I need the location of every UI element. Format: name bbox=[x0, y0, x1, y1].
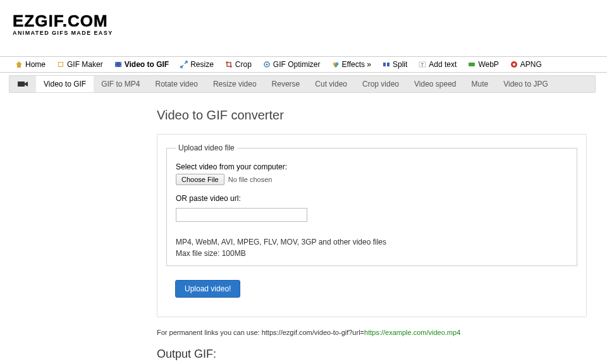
camera-icon bbox=[9, 76, 36, 92]
tab-label: Mute bbox=[472, 80, 489, 88]
svg-rect-13 bbox=[387, 63, 389, 66]
nav-label: Split bbox=[393, 60, 407, 69]
nav-video-to-gif[interactable]: Video to GIF bbox=[114, 60, 169, 69]
maxsize-line: Max file size: 100MB bbox=[176, 248, 568, 259]
video-url-input[interactable] bbox=[176, 208, 307, 222]
nav-label: Crop bbox=[235, 60, 252, 69]
tab-label: Video speed bbox=[414, 80, 457, 88]
svg-point-18 bbox=[513, 63, 515, 66]
nav-split[interactable]: Split bbox=[383, 60, 407, 69]
tab-label: Video to JPG bbox=[503, 80, 548, 88]
nav-label: Resize bbox=[190, 60, 214, 69]
nav-gif-maker[interactable]: GIF Maker bbox=[57, 60, 103, 69]
secondary-nav: Video to GIF GIF to MP4 Rotate video Res… bbox=[9, 75, 596, 93]
tab-label: GIF to MP4 bbox=[101, 80, 140, 88]
nav-label: Effects » bbox=[342, 60, 371, 69]
output-heading: Output GIF: bbox=[157, 348, 594, 361]
tab-rotate-video[interactable]: Rotate video bbox=[148, 76, 205, 92]
tab-label: Reverse bbox=[272, 80, 300, 88]
logo-main[interactable]: EZGIF.COM bbox=[13, 14, 607, 28]
svg-rect-16 bbox=[469, 63, 475, 66]
primary-nav: Home GIF Maker Video to GIF Resize Crop … bbox=[0, 56, 607, 73]
tab-gif-to-mp4[interactable]: GIF to MP4 bbox=[94, 76, 147, 92]
svg-rect-5 bbox=[120, 63, 121, 63]
text-icon: T bbox=[419, 61, 426, 68]
apng-icon bbox=[510, 61, 518, 68]
nav-optimizer[interactable]: GIF Optimizer bbox=[263, 60, 321, 69]
nav-add-text[interactable]: T Add text bbox=[419, 60, 457, 69]
svg-text:T: T bbox=[421, 63, 424, 67]
upload-panel: Upload video file Select video from your… bbox=[157, 134, 587, 317]
nav-label: Home bbox=[25, 60, 46, 69]
choose-file-button[interactable]: Choose File bbox=[176, 174, 224, 185]
select-label: Select video from your computer: bbox=[176, 162, 568, 171]
webp-icon bbox=[468, 61, 475, 68]
logo-tagline: ANIMATED GIFS MADE EASY bbox=[13, 30, 607, 36]
film-icon bbox=[114, 61, 122, 68]
svg-point-8 bbox=[266, 64, 267, 66]
tab-label: Video to GIF bbox=[44, 80, 86, 88]
fieldset-legend: Upload video file bbox=[176, 143, 237, 152]
effects-icon bbox=[332, 61, 340, 68]
crop-icon bbox=[225, 61, 233, 68]
nav-label: WebP bbox=[478, 60, 498, 69]
nav-label: APNG bbox=[520, 60, 542, 69]
tab-resize-video[interactable]: Resize video bbox=[205, 76, 264, 92]
page-title: Video to GIF converter bbox=[157, 108, 594, 123]
resize-icon bbox=[180, 61, 188, 68]
tab-video-to-gif[interactable]: Video to GIF bbox=[36, 76, 94, 92]
nav-label: GIF Optimizer bbox=[273, 60, 321, 69]
nav-effects[interactable]: Effects » bbox=[332, 60, 371, 69]
tab-label: Crop video bbox=[362, 80, 399, 88]
svg-point-11 bbox=[334, 64, 337, 68]
tab-label: Rotate video bbox=[156, 80, 198, 88]
svg-rect-19 bbox=[18, 82, 25, 87]
main-content: Video to GIF converter Upload video file… bbox=[0, 93, 594, 364]
tab-reverse[interactable]: Reverse bbox=[264, 76, 308, 92]
nav-crop[interactable]: Crop bbox=[225, 60, 252, 69]
svg-rect-1 bbox=[59, 63, 63, 66]
nav-resize[interactable]: Resize bbox=[180, 60, 214, 69]
svg-rect-4 bbox=[116, 66, 116, 66]
home-icon bbox=[15, 61, 23, 68]
permalink-hint: For permanent links you can use: https:/… bbox=[157, 329, 594, 336]
site-header: EZGIF.COM ANIMATED GIFS MADE EASY bbox=[0, 0, 607, 36]
nav-label: Add text bbox=[429, 60, 457, 69]
nav-home[interactable]: Home bbox=[15, 60, 46, 69]
svg-rect-12 bbox=[383, 63, 386, 66]
tab-crop-video[interactable]: Crop video bbox=[355, 76, 407, 92]
tab-video-speed[interactable]: Video speed bbox=[407, 76, 464, 92]
url-label: OR paste video url: bbox=[176, 194, 568, 203]
svg-rect-6 bbox=[120, 66, 121, 66]
tab-cut-video[interactable]: Cut video bbox=[307, 76, 355, 92]
tab-label: Cut video bbox=[315, 80, 347, 88]
tab-mute[interactable]: Mute bbox=[464, 76, 496, 92]
tab-video-to-jpg[interactable]: Video to JPG bbox=[496, 76, 556, 92]
nav-apng[interactable]: APNG bbox=[510, 60, 542, 69]
file-status-text: No file chosen bbox=[228, 176, 273, 183]
nav-label: GIF Maker bbox=[67, 60, 103, 69]
nav-label: Video to GIF bbox=[125, 60, 169, 69]
permalink-prefix: For permanent links you can use: https:/… bbox=[157, 329, 364, 336]
tab-label: Resize video bbox=[213, 80, 257, 88]
svg-rect-3 bbox=[116, 63, 116, 63]
upload-fieldset: Upload video file Select video from your… bbox=[166, 143, 577, 266]
optimize-icon bbox=[263, 61, 271, 68]
formats-hint: MP4, WebM, AVI, MPEG, FLV, MOV, 3GP and … bbox=[176, 237, 568, 259]
upload-button[interactable]: Upload video! bbox=[175, 280, 240, 298]
permalink-example-link[interactable]: https://example.com/video.mp4 bbox=[364, 329, 460, 336]
sparkle-icon bbox=[57, 61, 64, 68]
split-icon bbox=[383, 61, 390, 68]
file-input-row: Choose File No file chosen bbox=[176, 174, 568, 185]
formats-line: MP4, WebM, AVI, MPEG, FLV, MOV, 3GP and … bbox=[176, 237, 568, 248]
nav-webp[interactable]: WebP bbox=[468, 60, 498, 69]
